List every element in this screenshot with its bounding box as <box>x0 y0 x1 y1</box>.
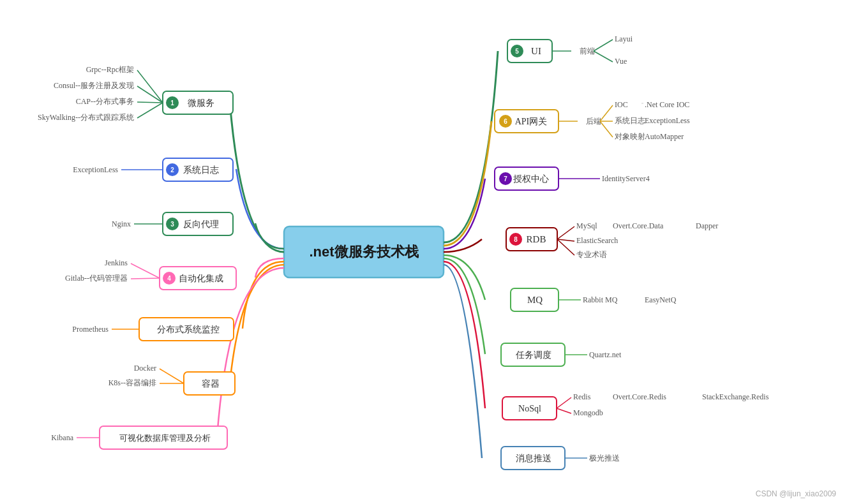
svg-text:Consul--服务注册及发现: Consul--服务注册及发现 <box>54 81 134 90</box>
svg-text:IOC: IOC <box>615 100 628 109</box>
svg-text:Overt.Core.Redis: Overt.Core.Redis <box>613 392 666 401</box>
svg-text:1: 1 <box>170 100 174 107</box>
svg-text:系统日志: 系统日志 <box>615 116 645 125</box>
svg-text:ElasticSearch: ElasticSearch <box>576 236 618 245</box>
svg-text:EasyNetQ: EasyNetQ <box>645 295 677 304</box>
svg-text:.net微服务技术栈: .net微服务技术栈 <box>309 244 419 260</box>
svg-text:2: 2 <box>170 167 174 174</box>
svg-text:Vue: Vue <box>615 57 627 66</box>
svg-text:容器: 容器 <box>202 379 220 389</box>
svg-text:Docker: Docker <box>134 364 156 373</box>
svg-text:.Net Core IOC: .Net Core IOC <box>645 100 689 109</box>
svg-text:ExceptionLess: ExceptionLess <box>73 165 118 174</box>
svg-text:Quartz.net: Quartz.net <box>589 350 622 359</box>
svg-text:MQ: MQ <box>527 295 543 305</box>
svg-text:系统日志: 系统日志 <box>183 165 219 175</box>
svg-text:SkyWalking--分布式跟踪系统: SkyWalking--分布式跟踪系统 <box>38 113 134 122</box>
svg-text:CSDN @lijun_xiao2009: CSDN @lijun_xiao2009 <box>756 489 837 498</box>
svg-text:4: 4 <box>167 275 171 282</box>
svg-text:专业术语: 专业术语 <box>576 250 607 259</box>
svg-text:6: 6 <box>504 118 507 125</box>
svg-text:NoSql: NoSql <box>518 404 541 413</box>
svg-text:Layui: Layui <box>615 34 633 43</box>
svg-text:前端: 前端 <box>580 47 595 56</box>
svg-text:StackExchange.Redis: StackExchange.Redis <box>702 392 769 401</box>
svg-text:可视化数据库管理及分析: 可视化数据库管理及分析 <box>119 433 211 443</box>
svg-text:3: 3 <box>170 221 174 228</box>
svg-text:API网关: API网关 <box>515 117 548 126</box>
svg-text:后端: 后端 <box>586 117 601 126</box>
svg-text:CAP--分布式事务: CAP--分布式事务 <box>76 97 134 106</box>
svg-text:Gitlab--代码管理器: Gitlab--代码管理器 <box>65 274 128 283</box>
svg-text:RDB: RDB <box>527 234 546 244</box>
svg-text:分布式系统监控: 分布式系统监控 <box>157 325 220 334</box>
svg-text:微服务: 微服务 <box>188 98 214 108</box>
svg-text:Grpc--Rpc框架: Grpc--Rpc框架 <box>86 65 134 74</box>
svg-text:极光推送: 极光推送 <box>588 454 620 463</box>
svg-text:Dapper: Dapper <box>696 221 718 230</box>
svg-text:UI: UI <box>531 46 541 56</box>
svg-text:Jenkins: Jenkins <box>105 258 128 267</box>
svg-text:Nginx: Nginx <box>112 219 131 228</box>
svg-text:Redis: Redis <box>573 392 591 401</box>
svg-text:7: 7 <box>504 175 507 182</box>
svg-text:MySql: MySql <box>576 221 597 230</box>
svg-text:对象映射: 对象映射 <box>615 132 645 141</box>
svg-text:AutoMapper: AutoMapper <box>645 132 684 141</box>
svg-text:自动化集成: 自动化集成 <box>179 274 223 283</box>
svg-text:Mongodb: Mongodb <box>573 408 603 417</box>
svg-text:消息推送: 消息推送 <box>516 454 551 463</box>
svg-text:5: 5 <box>515 48 519 55</box>
svg-line-32 <box>131 278 160 279</box>
svg-text:授权中心: 授权中心 <box>513 174 549 184</box>
svg-text:Prometheus: Prometheus <box>72 325 109 334</box>
svg-text:IdentityServer4: IdentityServer4 <box>602 174 650 183</box>
svg-text:8: 8 <box>514 236 518 243</box>
svg-text:Kibana: Kibana <box>51 433 73 442</box>
svg-text:K8s--容器编排: K8s--容器编排 <box>109 378 156 387</box>
svg-text:任务调度: 任务调度 <box>515 350 551 360</box>
svg-text:反向代理: 反向代理 <box>183 219 219 229</box>
svg-text:ExceptionLess: ExceptionLess <box>645 116 690 125</box>
svg-line-9 <box>137 102 163 103</box>
svg-text:Overt.Core.Data: Overt.Core.Data <box>613 221 664 230</box>
svg-text:Rabbit MQ: Rabbit MQ <box>583 295 618 304</box>
